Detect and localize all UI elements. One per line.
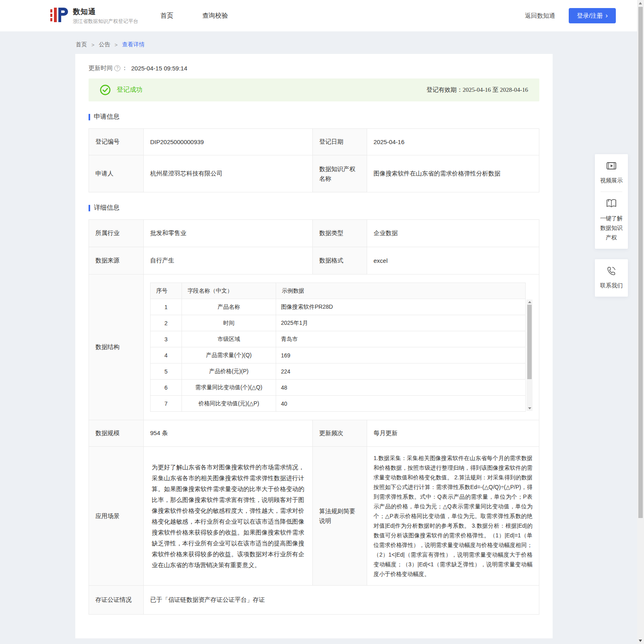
industry-value: 批发和零售业 [144,220,313,247]
reg-no-label: 登记编号 [89,129,144,155]
data-type-value: 企业数据 [367,220,539,247]
nav-query-verify[interactable]: 查询校验 [202,12,228,20]
data-structure-table-wrap: 序号 字段名称（中文） 示例数据 1 产品名称 图像搜索软件PR28D 2 时间 [150,282,533,413]
table-row: 所属行业 批发和零售业 数据类型 企业数据 [89,220,539,247]
scenario-label: 应用场景 [89,447,144,586]
source-value: 自行产生 [144,247,313,275]
section-title-text: 申请信息 [94,113,120,121]
frequency-label: 更新频次 [313,420,367,447]
registration-success-banner: 登记成功 登记有效期：2025-04-16 至 2028-04-16 [89,78,539,101]
table-row: 2 时间 2025年1月 [151,315,526,331]
section-application-info: 申请信息 [89,113,539,121]
scenario-text: 为更好了解山东省各市对图像搜索软件的市场需求情况，采集山东省各市的相关图像搜索软… [150,456,306,576]
top-navigation-bar: 数知通 浙江省数据知识产权登记平台 首页 查询校验 返回数知通 登录/注册 › [0,0,644,31]
scroll-up-arrow-icon[interactable] [639,2,642,4]
phone-icon [598,266,625,277]
success-check-icon [100,85,111,95]
table-row: 1 产品名称 图像搜索软件PR28D [151,299,526,315]
chevron-right-icon: › [605,12,608,19]
breadcrumb-separator: > [91,42,95,48]
contact-us-label: 联系我们 [598,281,625,290]
breadcrumb: 首页 > 公告 > 查看详情 [76,41,644,48]
nav-home[interactable]: 首页 [161,12,173,20]
divider [601,192,622,192]
table-row: 5 产品价格(元)(P) 224 [151,363,526,380]
applicant-label: 申请人 [89,155,144,192]
reg-date-value: 2025-04-16 [367,129,539,155]
learn-data-ip-label: 一键了解数据知识产权 [598,213,625,242]
platform-logo[interactable]: 数知通 浙江省数据知识产权登记平台 [50,5,138,26]
ip-name-label: 数据知识产权名称 [313,155,367,192]
validity-dates: 2025-04-16 至 2028-04-16 [463,87,528,93]
back-to-shuzhitong-link[interactable]: 返回数知通 [525,12,555,20]
scale-value: 954 条 [144,420,313,447]
status-badge: 登记成功 [117,86,142,94]
data-type-label: 数据类型 [313,220,367,247]
table-row: 存证公证情况 已于「信证链数据资产存证公证平台」存证 [89,586,539,615]
detail-content-card: 更新时间 ? ： 2025-04-15 09:59:14 登记成功 登记有效期：… [75,54,553,638]
table-row: 申请人 杭州星澄羽芯科技有限公司 数据知识产权名称 图像搜索软件在山东省的需求价… [89,155,539,192]
table-row: 数据规模 954 条 更新频次 每月更新 [89,420,539,447]
scenario-text-cell: 为更好了解山东省各市对图像搜索软件的市场需求情况，采集山东省各市的相关图像搜索软… [144,447,313,586]
applicant-value: 杭州星澄羽芯科技有限公司 [144,155,313,192]
ip-name-value: 图像搜索软件在山东省的需求价格弹性分析数据 [367,155,539,192]
format-label: 数据格式 [313,247,367,275]
scrollbar-thumb[interactable] [638,7,643,518]
algorithm-text-cell: 1.数据采集：采集相关图像搜索软件在山东省每个月的需求数据和价格数据，按照市级进… [367,447,539,586]
table-header-row: 序号 字段名称（中文） 示例数据 [151,283,526,299]
book-icon [598,198,625,210]
table-row: 数据来源 自行产生 数据格式 excel [89,247,539,275]
col-sample: 示例数据 [276,283,526,299]
breadcrumb-home[interactable]: 首页 [76,41,87,48]
breadcrumb-current-detail: 查看详情 [122,41,144,48]
scrollbar-thumb[interactable] [527,305,532,379]
update-time-value: 2025-04-15 09:59:14 [131,65,187,72]
algorithm-text: 1.数据采集：采集相关图像搜索软件在山东省每个月的需求数据和价格数据，按照市级进… [374,451,533,581]
section-accent-bar [89,114,90,120]
scroll-down-arrow-icon[interactable] [639,640,642,642]
notary-label: 存证公证情况 [89,586,144,615]
logo-subtitle: 浙江省数据知识产权登记平台 [73,18,138,25]
notary-value: 已于「信证链数据资产存证公证平台」存证 [144,586,539,615]
table-row: 4 产品需求量(个)(Q) 169 [151,347,526,363]
login-register-button[interactable]: 登录/注册 › [569,8,616,23]
update-time-row: 更新时间 ? ： 2025-04-15 09:59:14 [89,64,539,72]
detail-info-table: 所属行业 批发和零售业 数据类型 企业数据 数据来源 自行产生 数据格式 exc… [89,219,539,615]
source-label: 数据来源 [89,247,144,275]
section-accent-bar [89,205,90,211]
video-icon [598,161,625,172]
application-info-table: 登记编号 DIP2025000000939 登记日期 2025-04-16 申请… [89,128,539,192]
table-row: 应用场景 为更好了解山东省各市对图像搜索软件的市场需求情况，采集山东省各市的相关… [89,447,539,586]
breadcrumb-announcement[interactable]: 公告 [99,41,110,48]
video-showcase-label: 视频展示 [598,175,625,185]
scroll-up-arrow-icon[interactable] [528,301,531,303]
col-seq: 序号 [151,283,182,299]
section-detail-info: 详细信息 [89,204,539,212]
update-time-colon: ： [122,64,128,72]
main-nav: 首页 查询校验 [161,12,228,20]
float-card-contact: 联系我们 [595,259,628,297]
col-field-name: 字段名称（中文） [182,283,276,299]
page-scrollbar[interactable] [637,0,644,644]
table-row: 登记编号 DIP2025000000939 登记日期 2025-04-16 [89,129,539,155]
data-structure-row: 数据结构 序号 字段名称（中文） 示例数据 1 产品名称 图像搜索软件PR [89,275,539,420]
float-card-top: 视频展示 一键了解数据知识产权 [595,154,628,249]
logo-icon [50,5,69,26]
format-value: excel [367,247,539,275]
data-structure-table: 序号 字段名称（中文） 示例数据 1 产品名称 图像搜索软件PR28D 2 时间 [150,283,526,412]
table-row: 3 市级区域 青岛市 [151,331,526,347]
validity-label: 登记有效期： [427,86,463,93]
floating-side-panel: 视频展示 一键了解数据知识产权 联系我们 [595,154,628,297]
logo-title: 数知通 [73,7,138,17]
frequency-value: 每月更新 [367,420,539,447]
help-question-icon[interactable]: ? [114,65,120,71]
industry-label: 所属行业 [89,220,144,247]
contact-us-button[interactable]: 联系我们 [598,266,625,290]
inner-table-scrollbar[interactable] [526,299,533,411]
learn-data-ip-button[interactable]: 一键了解数据知识产权 [598,198,625,242]
table-row: 6 需求量同比变动值(个)(△Q) 48 [151,380,526,396]
reg-date-label: 登记日期 [313,129,367,155]
data-structure-label: 数据结构 [89,275,144,420]
scroll-down-arrow-icon[interactable] [528,407,531,409]
video-showcase-button[interactable]: 视频展示 [598,161,625,185]
